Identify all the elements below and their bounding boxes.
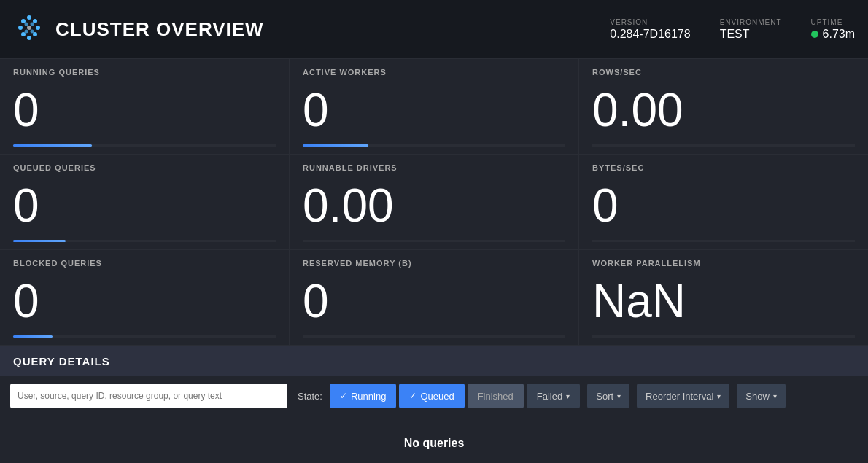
header: CLUSTER OVERVIEW VERSION 0.284-7D16178 E… (0, 0, 868, 59)
metric-card-blocked-queries: BLOCKED QUERIES 0 (0, 250, 289, 345)
metric-bar-fill-queued-queries (13, 240, 66, 242)
finished-label: Finished (478, 391, 514, 402)
reorder-button[interactable]: Reorder Interval ▾ (637, 384, 729, 408)
header-meta: VERSION 0.284-7D16178 ENVIRONMENT TEST U… (610, 18, 855, 41)
logo (13, 12, 45, 47)
metric-label-bytes-sec: BYTES/SEC (592, 163, 855, 172)
reorder-arrow: ▾ (717, 392, 721, 400)
environment-meta: ENVIRONMENT TEST (720, 18, 782, 41)
query-details-header: QUERY DETAILS (0, 346, 868, 376)
metric-card-runnable-drivers: RUNNABLE DRIVERS 0.00 (290, 155, 578, 249)
reorder-label: Reorder Interval (646, 391, 713, 402)
metric-card-running-queries: RUNNING QUERIES 0 (0, 59, 289, 154)
metric-bar-queued-queries (13, 240, 276, 242)
svg-point-1 (33, 19, 37, 23)
uptime-text: 6.73m (823, 28, 855, 41)
metric-bar-fill-active-workers (303, 144, 368, 147)
failed-arrow: ▾ (566, 392, 570, 400)
metric-bar-worker-parallelism (592, 335, 855, 338)
metric-label-runnable-drivers: RUNNABLE DRIVERS (303, 163, 565, 172)
query-controls: State: ✓ Running ✓ Queued Finished Faile… (0, 376, 868, 416)
version-meta: VERSION 0.284-7D16178 (610, 18, 690, 41)
uptime-meta: UPTIME 6.73m (811, 18, 855, 41)
state-label: State: (298, 391, 322, 402)
page-title: CLUSTER OVERVIEW (55, 18, 610, 41)
svg-point-0 (27, 15, 31, 20)
svg-point-2 (21, 19, 26, 23)
metric-value-blocked-queries: 0 (13, 278, 276, 324)
version-label: VERSION (610, 18, 648, 26)
svg-point-7 (33, 32, 37, 36)
sort-arrow: ▾ (617, 392, 621, 400)
state-buttons: ✓ Running ✓ Queued Finished Failed ▾ (330, 384, 580, 408)
show-label: Show (745, 391, 770, 402)
metric-label-worker-parallelism: WORKER PARALLELISM (592, 259, 855, 268)
metric-label-queued-queries: QUEUED QUERIES (13, 163, 276, 172)
svg-point-10 (31, 23, 34, 26)
metric-value-running-queries: 0 (13, 87, 276, 133)
metric-label-rows-sec: ROWS/SEC (592, 68, 855, 77)
uptime-value: 6.73m (811, 28, 855, 41)
metric-label-blocked-queries: BLOCKED QUERIES (13, 259, 276, 268)
metric-bar-active-workers (303, 144, 565, 147)
svg-point-9 (25, 23, 28, 26)
sort-button[interactable]: Sort ▾ (587, 384, 629, 408)
uptime-indicator (811, 31, 818, 38)
metric-bar-running-queries (13, 144, 276, 147)
show-button[interactable]: Show ▾ (737, 384, 786, 408)
svg-point-5 (27, 26, 31, 30)
uptime-label: UPTIME (811, 18, 843, 26)
svg-point-11 (25, 30, 28, 34)
version-value: 0.284-7D16178 (610, 28, 690, 41)
metric-label-running-queries: RUNNING QUERIES (13, 68, 276, 77)
search-input[interactable] (10, 384, 287, 408)
svg-point-3 (18, 26, 23, 30)
metric-card-bytes-sec: BYTES/SEC 0 (579, 155, 868, 249)
metric-bar-bytes-sec (592, 240, 855, 242)
sort-label: Sort (596, 391, 613, 402)
metric-value-queued-queries: 0 (13, 182, 276, 229)
metric-value-runnable-drivers: 0.00 (303, 182, 565, 229)
metric-card-queued-queries: QUEUED QUERIES 0 (0, 155, 289, 249)
running-button[interactable]: ✓ Running (330, 384, 396, 408)
svg-point-6 (21, 32, 26, 36)
metric-value-reserved-memory: 0 (303, 278, 565, 324)
metric-bar-fill-blocked-queries (13, 335, 53, 338)
metric-card-rows-sec: ROWS/SEC 0.00 (579, 59, 868, 154)
running-check: ✓ (340, 391, 347, 401)
metric-bar-blocked-queries (13, 335, 276, 338)
show-arrow: ▾ (773, 392, 777, 400)
running-label: Running (351, 391, 386, 402)
metric-card-reserved-memory: RESERVED MEMORY (B) 0 (290, 250, 578, 345)
metric-card-worker-parallelism: WORKER PARALLELISM NaN (579, 250, 868, 345)
environment-value: TEST (720, 28, 750, 41)
metric-value-active-workers: 0 (303, 87, 565, 133)
svg-point-12 (31, 30, 34, 34)
query-details-section: QUERY DETAILS State: ✓ Running ✓ Queued … (0, 346, 868, 463)
metric-bar-reserved-memory (303, 335, 565, 338)
metrics-grid: RUNNING QUERIES 0 ACTIVE WORKERS 0 ROWS/… (0, 59, 868, 346)
metric-card-active-workers: ACTIVE WORKERS 0 (290, 59, 578, 154)
failed-button[interactable]: Failed ▾ (527, 384, 580, 408)
environment-label: ENVIRONMENT (720, 18, 782, 26)
failed-label: Failed (537, 391, 562, 402)
metric-bar-runnable-drivers (303, 240, 565, 242)
queued-label: Queued (420, 391, 454, 402)
metric-value-bytes-sec: 0 (592, 182, 855, 229)
queued-button[interactable]: ✓ Queued (399, 384, 464, 408)
svg-point-4 (36, 26, 40, 30)
metric-bar-fill-running-queries (13, 144, 92, 147)
metric-label-active-workers: ACTIVE WORKERS (303, 68, 565, 77)
svg-point-8 (27, 36, 31, 40)
metric-value-worker-parallelism: NaN (592, 278, 855, 324)
finished-button[interactable]: Finished (468, 384, 524, 408)
metric-label-reserved-memory: RESERVED MEMORY (B) (303, 259, 565, 268)
metric-bar-rows-sec (592, 144, 855, 147)
metric-value-rows-sec: 0.00 (592, 87, 855, 133)
no-queries-message: No queries (0, 416, 868, 463)
queued-check: ✓ (409, 391, 416, 401)
